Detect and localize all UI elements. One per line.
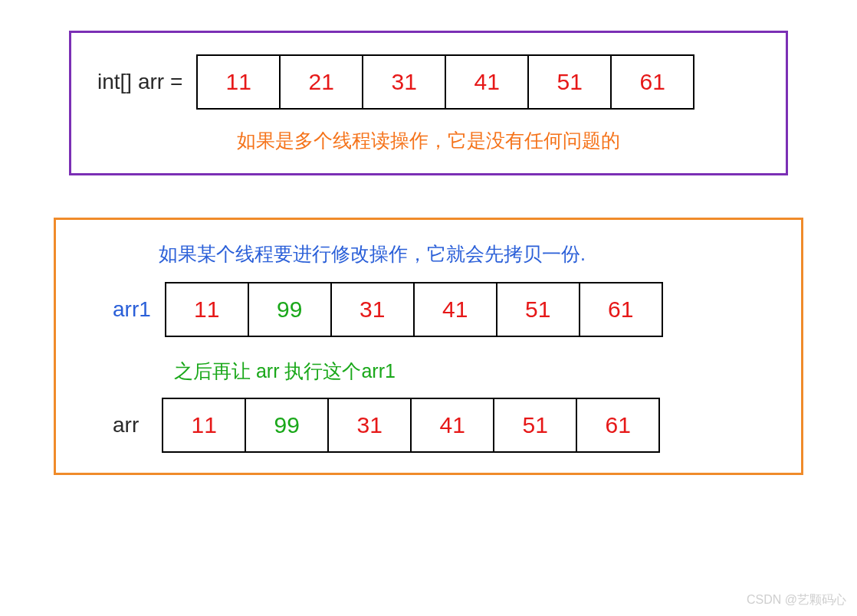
cell: 51: [527, 54, 612, 110]
cell-modified: 99: [245, 398, 329, 453]
arr1-table: 11 99 31 41 51 61: [165, 282, 663, 337]
cell: 61: [576, 398, 660, 453]
panel-read: int[] arr = 11 21 31 41 51 61 如果是多个线程读操作…: [69, 31, 788, 175]
cell: 31: [330, 282, 415, 337]
cell-modified: 99: [248, 282, 332, 337]
cell: 21: [279, 54, 363, 110]
cell: 31: [362, 54, 446, 110]
arr-initial-row: int[] arr = 11 21 31 41 51 61: [97, 54, 760, 110]
arr-final-table: 11 99 31 41 51 61: [162, 398, 660, 453]
panel-write: 如果某个线程要进行修改操作，它就会先拷贝一份. arr1 11 99 31 41…: [54, 218, 803, 475]
cell: 11: [162, 398, 246, 453]
arr-final-row: arr 11 99 31 41 51 61: [82, 398, 775, 453]
arr1-label: arr1: [113, 297, 151, 322]
cell: 41: [413, 282, 497, 337]
cell: 31: [327, 398, 412, 453]
caption-assign: 之后再让 arr 执行这个arr1: [82, 359, 775, 384]
arr-final-label: arr: [113, 413, 139, 437]
caption-copy: 如果某个线程要进行修改操作，它就会先拷贝一份.: [82, 241, 775, 267]
arr-initial-label: int[] arr =: [97, 70, 182, 94]
arr-initial-table: 11 21 31 41 51 61: [196, 54, 694, 110]
cell: 61: [610, 54, 694, 110]
cell: 51: [493, 398, 577, 453]
cell: 51: [496, 282, 580, 337]
cell: 41: [410, 398, 494, 453]
cell: 61: [579, 282, 663, 337]
caption-read: 如果是多个线程读操作，它是没有任何问题的: [97, 128, 760, 153]
cell: 11: [196, 54, 281, 110]
cell: 11: [165, 282, 249, 337]
cell: 41: [445, 54, 529, 110]
arr1-row: arr1 11 99 31 41 51 61: [82, 282, 775, 337]
